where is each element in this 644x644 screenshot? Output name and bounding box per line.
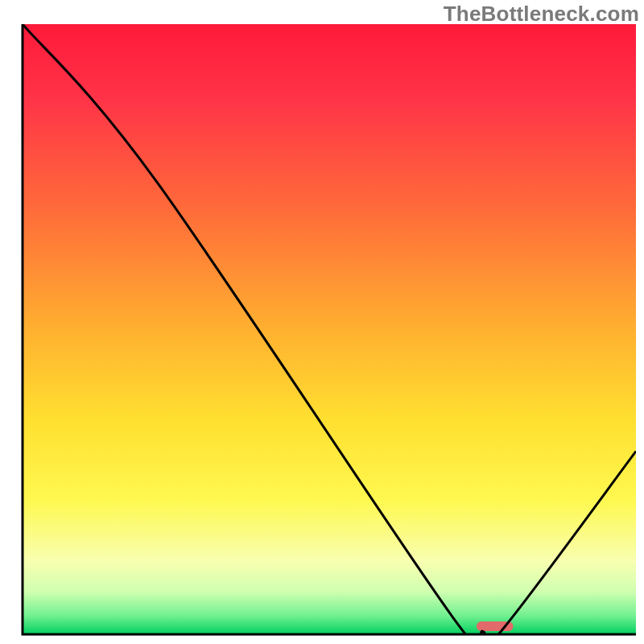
bottleneck-chart: TheBottleneck.com [0,0,644,644]
chart-svg [0,0,644,644]
plot-background [23,24,636,634]
